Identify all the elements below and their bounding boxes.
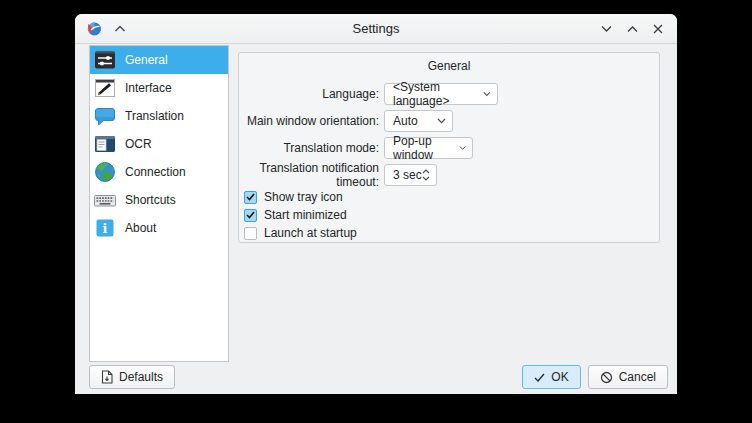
info-icon: i [94,217,116,239]
defaults-button[interactable]: Defaults [89,365,175,389]
check-icon [534,373,545,382]
launch-at-startup-row[interactable]: Launch at startup [239,224,659,242]
globe-icon [94,161,116,183]
cancel-button[interactable]: Cancel [588,365,668,389]
titlebar[interactable]: Settings [75,14,677,44]
shade-icon[interactable] [112,21,128,37]
sidebar-item-label: Shortcuts [125,193,176,207]
check-icon [246,193,255,201]
speech-bubble-icon [94,105,116,127]
spinbox-value: 3 sec [393,168,422,182]
dropdown-value: <System language> [393,80,483,108]
sidebar-item-general[interactable]: General [90,46,228,74]
start-minimized-checkbox[interactable] [244,209,257,222]
sidebar-item-ocr[interactable]: OCR [90,130,228,158]
language-dropdown[interactable]: <System language> [384,83,498,105]
translation-mode-dropdown[interactable]: Pop-up window [384,137,473,159]
chevron-down-icon [437,118,446,124]
sidebar-item-interface[interactable]: Interface [90,74,228,102]
ok-button[interactable]: OK [522,365,580,389]
checkbox-label: Show tray icon [264,190,343,204]
notification-timeout-label: Translation notification timeout: [239,161,380,189]
chevron-down-icon [459,145,466,151]
sidebar-item-label: Interface [125,81,172,95]
svg-text:i: i [103,221,108,236]
general-groupbox: General Language: <System language> Main… [238,52,660,243]
document-revert-icon [101,370,113,384]
show-tray-icon-checkbox[interactable] [244,191,257,204]
sidebar-item-about[interactable]: i About [90,214,228,242]
notification-timeout-spinbox[interactable]: 3 sec [384,164,437,186]
language-row: Language: <System language> [239,80,659,107]
minimize-icon[interactable] [598,21,614,37]
sidebar-item-label: Connection [125,165,186,179]
settings-category-list: General Interface Translation [89,45,229,362]
dropdown-value: Auto [393,114,418,128]
checkbox-label: Start minimized [264,208,347,222]
orientation-dropdown[interactable]: Auto [384,110,453,132]
close-icon[interactable] [650,21,666,37]
defaults-button-label: Defaults [119,370,163,384]
settings-window: Settings [75,14,677,394]
window-title: Settings [75,21,677,36]
spinner-arrows-icon[interactable] [422,169,430,181]
start-minimized-row[interactable]: Start minimized [239,206,659,224]
cancel-button-label: Cancel [619,370,656,384]
keyboard-icon [94,189,116,211]
sidebar-item-label: About [125,221,156,235]
translation-mode-label: Translation mode: [239,141,380,155]
launch-at-startup-checkbox[interactable] [244,227,257,240]
sidebar-item-translation[interactable]: Translation [90,102,228,130]
check-icon [246,211,255,219]
checkbox-label: Launch at startup [264,226,357,240]
maximize-icon[interactable] [624,21,640,37]
translation-mode-row: Translation mode: Pop-up window [239,134,659,161]
app-icon [86,21,102,37]
groupbox-title: General [239,53,659,80]
cancel-icon [600,371,613,384]
sidebar-item-label: OCR [125,137,152,151]
ok-button-label: OK [551,370,568,384]
pen-icon [94,77,116,99]
chevron-down-icon [483,91,491,97]
notification-timeout-row: Translation notification timeout: 3 sec [239,161,659,188]
orientation-row: Main window orientation: Auto [239,107,659,134]
sidebar-item-label: General [125,53,168,67]
ocr-window-icon [94,133,116,155]
language-label: Language: [239,87,380,101]
show-tray-icon-row[interactable]: Show tray icon [239,188,659,206]
orientation-label: Main window orientation: [239,114,380,128]
dropdown-value: Pop-up window [393,134,459,162]
sidebar-item-label: Translation [125,109,184,123]
sidebar-item-shortcuts[interactable]: Shortcuts [90,186,228,214]
dialog-button-box: Defaults OK Cancel [89,365,668,389]
sidebar-item-connection[interactable]: Connection [90,158,228,186]
sliders-icon [94,49,116,71]
